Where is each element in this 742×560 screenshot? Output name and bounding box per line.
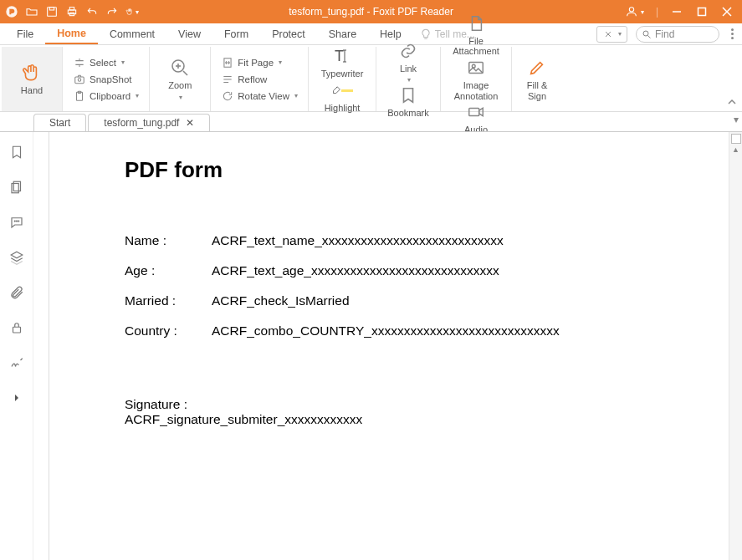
menu-form[interactable]: Form: [212, 25, 260, 43]
tab-overflow-icon[interactable]: ▾: [734, 114, 739, 125]
field-label: Country :: [125, 323, 212, 339]
typewriter-tool[interactable]: T Typewriter: [315, 45, 369, 79]
save-icon[interactable]: [45, 5, 59, 18]
tab-start[interactable]: Start: [33, 114, 86, 131]
highlight-tool[interactable]: Highlight: [319, 79, 366, 114]
more-options-button[interactable]: [728, 28, 737, 39]
redo-icon[interactable]: [105, 5, 119, 18]
app-logo-icon[interactable]: [5, 5, 18, 18]
menu-share[interactable]: Share: [317, 25, 368, 43]
zoom-icon: [169, 57, 191, 79]
svg-rect-4: [69, 8, 74, 10]
menu-file[interactable]: File: [5, 25, 45, 43]
clipboard-dropdown[interactable]: Clipboard▾: [69, 89, 142, 104]
document-canvas[interactable]: PDF form Name :ACRF_text_name_xxxxxxxxxx…: [49, 132, 742, 560]
vertical-scrollbar[interactable]: ▲: [729, 132, 742, 560]
field-label: Age :: [125, 263, 212, 278]
fileattach-tool[interactable]: File Attachment: [448, 13, 504, 57]
typewriter-label: Typewriter: [321, 69, 364, 79]
form-row: Age :ACRF_text_age_xxxxxxxxxxxxxxxxxxxxx…: [125, 263, 742, 278]
window-title: tesform_tung.pdf - Foxit PDF Reader: [289, 6, 453, 18]
pencil-icon: [526, 57, 548, 79]
clipboard-label: Clipboard: [90, 91, 130, 101]
imageanno-tool[interactable]: Image Annotation: [448, 57, 504, 101]
menu-comment[interactable]: Comment: [98, 25, 166, 43]
layers-panel-icon[interactable]: [8, 249, 25, 266]
tab-close-icon[interactable]: ✕: [186, 117, 194, 129]
user-icon[interactable]: ▾: [625, 5, 644, 18]
rotateview-label: Rotate View: [238, 91, 289, 101]
svg-point-32: [14, 221, 15, 221]
typewriter-icon: T: [331, 45, 353, 67]
select-dropdown[interactable]: Select▾: [69, 55, 142, 70]
reflow-icon: [221, 73, 234, 86]
arrows-icon: [602, 28, 614, 40]
svg-rect-3: [68, 10, 75, 14]
fillsign-tool[interactable]: Fill & Sign: [519, 57, 555, 101]
link-tool[interactable]: Link▾: [390, 40, 427, 84]
side-panel: [0, 132, 33, 560]
bulb-icon: [420, 28, 432, 40]
tab-document[interactable]: tesform_tung.pdf ✕: [88, 114, 210, 131]
bookmarks-panel-icon[interactable]: [8, 144, 25, 160]
field-value: ACRF_text_age_xxxxxxxxxxxxxxxxxxxxxxxxxx…: [212, 263, 499, 278]
hand-icon: [21, 62, 43, 84]
maximize-button[interactable]: [695, 5, 709, 18]
imageanno-label: Image Annotation: [454, 80, 499, 101]
close-button[interactable]: [720, 5, 734, 18]
scroll-top-button[interactable]: [731, 134, 741, 144]
field-value: ACRF_text_name_xxxxxxxxxxxxxxxxxxxxxxxxx…: [212, 233, 504, 248]
field-label: Married :: [125, 293, 212, 308]
svg-line-19: [183, 71, 187, 75]
security-panel-icon[interactable]: [8, 319, 25, 336]
fitpage-icon: [221, 56, 234, 69]
field-label: Name :: [125, 233, 212, 248]
link-label: Link: [400, 64, 417, 74]
snapshot-label: SnapShot: [90, 74, 132, 84]
svg-rect-1: [48, 8, 57, 17]
tab-document-label: tesform_tung.pdf: [104, 117, 179, 129]
help-dropdown[interactable]: ▾: [596, 26, 627, 43]
menu-protect[interactable]: Protect: [260, 25, 317, 43]
find-box[interactable]: Find: [636, 26, 719, 43]
page-heading: PDF form: [125, 157, 742, 183]
field-value: ACRF_check_IsMarried: [212, 293, 350, 308]
ribbon: Hand Select▾ SnapShot Clipboard▾ Zoom▾: [0, 45, 742, 112]
open-folder-icon[interactable]: [25, 5, 38, 18]
file-icon: [465, 13, 487, 34]
signature-value: ACRF_signature_submiter_xxxxxxxxxxxx: [125, 412, 742, 427]
bookmark-icon: [397, 84, 419, 106]
minimize-button[interactable]: [670, 5, 683, 18]
hand-quick-icon[interactable]: ▾: [125, 5, 139, 18]
zoom-tool[interactable]: Zoom▾: [156, 57, 203, 101]
side-expand-icon[interactable]: [13, 393, 21, 405]
reflow-label: Reflow: [238, 74, 267, 84]
signatures-panel-icon[interactable]: [8, 354, 25, 371]
select-icon: [73, 56, 86, 69]
rotateview-dropdown[interactable]: Rotate View▾: [217, 89, 301, 104]
menu-home[interactable]: Home: [45, 24, 98, 44]
attachments-panel-icon[interactable]: [8, 284, 25, 301]
comments-panel-icon[interactable]: [8, 214, 25, 231]
ribbon-collapse-icon[interactable]: [727, 97, 737, 109]
svg-line-13: [648, 35, 651, 38]
reflow-button[interactable]: Reflow: [217, 72, 301, 87]
menubar: File Home Comment View Form Protect Shar…: [0, 23, 742, 45]
scroll-up-icon[interactable]: ▲: [732, 144, 739, 155]
svg-point-34: [18, 221, 18, 221]
fitpage-dropdown[interactable]: Fit Page▾: [217, 55, 301, 70]
svg-rect-35: [13, 327, 20, 333]
svg-point-12: [643, 31, 648, 36]
snapshot-button[interactable]: SnapShot: [69, 72, 142, 87]
pages-panel-icon[interactable]: [8, 179, 25, 196]
menu-view[interactable]: View: [166, 25, 212, 43]
fileattach-label: File Attachment: [453, 36, 499, 57]
highlight-icon: [331, 79, 353, 101]
svg-point-33: [16, 221, 17, 221]
svg-rect-2: [49, 8, 54, 10]
svg-rect-14: [75, 77, 84, 84]
svg-point-6: [629, 8, 633, 12]
hand-tool[interactable]: Hand: [8, 62, 55, 96]
print-icon[interactable]: [65, 5, 79, 18]
undo-icon[interactable]: [85, 5, 99, 18]
